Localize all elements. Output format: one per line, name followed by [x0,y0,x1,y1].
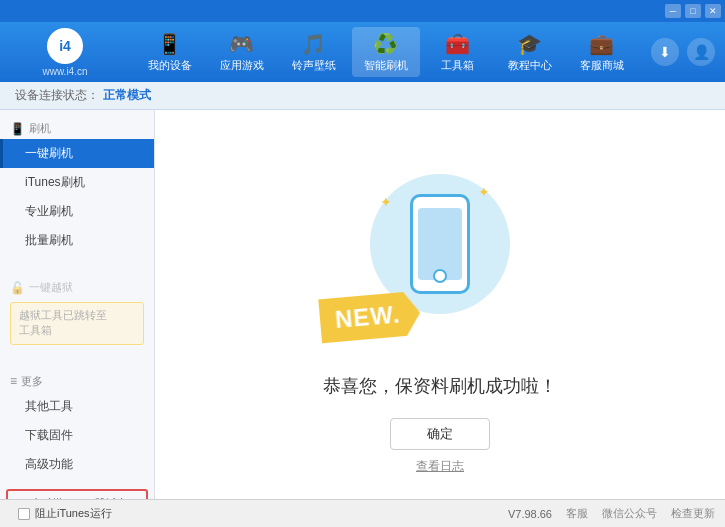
nav-my-device-icon: 📱 [157,32,182,56]
window-controls: ─ □ ✕ [665,4,721,18]
more-group-label: 更多 [21,374,43,389]
nav-tutorial-label: 教程中心 [508,58,552,73]
nav-right: ⬇ 👤 [651,38,715,66]
confirm-button[interactable]: 确定 [390,418,490,450]
jailbreak-notice: 越狱工具已跳转至工具箱 [10,302,144,345]
nav-tutorial[interactable]: 🎓 教程中心 [496,27,564,77]
sparkle-2: ✦ [380,194,392,210]
status-label: 设备连接状态： [15,87,99,104]
bottombar: 阻止iTunes运行 V7.98.66 客服 微信公众号 检查更新 [0,499,725,527]
nav-smart-flash-icon: ♻️ [373,32,398,56]
itunes-checkbox[interactable] [18,508,30,520]
nav-service-icon: 💼 [589,32,614,56]
sidebar-section-jailbreak: 🔓 一键越狱 越狱工具已跳转至工具箱 [0,269,154,355]
sidebar: 📱 刷机 一键刷机 iTunes刷机 专业刷机 批量刷机 🔓 一键越狱 [0,110,155,499]
skip-guide-label: 跳过向导 [95,496,138,499]
bottom-right: V7.98.66 客服 微信公众号 检查更新 [508,506,715,521]
phone-background: ✦ ✦ [370,174,510,314]
auto-activate-checkbox-item[interactable]: 自动激活 [16,496,74,499]
auto-activate-label: 自动激活 [31,496,74,499]
one-click-flash-label: 一键刷机 [25,145,73,162]
customer-service-link[interactable]: 客服 [566,506,588,521]
nav-items: 📱 我的设备 🎮 应用游戏 🎵 铃声壁纸 ♻️ 智能刷机 🧰 工具箱 🎓 教程中… [120,27,651,77]
auto-activate-row: 自动激活 跳过向导 [6,489,148,499]
nav-toolbox[interactable]: 🧰 工具箱 [424,27,492,77]
batch-flash-label: 批量刷机 [25,232,73,249]
minimize-button[interactable]: ─ [665,4,681,18]
sidebar-item-other-tools[interactable]: 其他工具 [0,392,154,421]
titlebar: ─ □ ✕ [0,0,725,22]
nav-apps-icon: 🎮 [229,32,254,56]
nav-apps[interactable]: 🎮 应用游戏 [208,27,276,77]
version-label: V7.98.66 [508,508,552,520]
statusbar: 设备连接状态： 正常模式 [0,82,725,110]
more-group-icon: ≡ [10,374,17,388]
wechat-link[interactable]: 微信公众号 [602,506,657,521]
nav-toolbox-label: 工具箱 [441,58,474,73]
new-banner: NEW. [318,291,422,344]
nav-toolbox-icon: 🧰 [445,32,470,56]
sidebar-item-itunes-flash[interactable]: iTunes刷机 [0,168,154,197]
content-area: ✦ ✦ NEW. 恭喜您，保资料刷机成功啦！ 确定 查看日志 [155,110,725,499]
nav-smart-flash[interactable]: ♻️ 智能刷机 [352,27,420,77]
download-button[interactable]: ⬇ [651,38,679,66]
other-tools-label: 其他工具 [25,398,73,415]
logo-subtitle: www.i4.cn [42,66,87,77]
itunes-row: 阻止iTunes运行 [10,502,496,525]
navbar: i4 www.i4.cn 📱 我的设备 🎮 应用游戏 🎵 铃声壁纸 ♻️ 智能刷… [0,22,725,82]
sidebar-group-jailbreak: 🔓 一键越狱 [0,275,154,298]
sidebar-item-batch-flash[interactable]: 批量刷机 [0,226,154,255]
sidebar-item-advanced[interactable]: 高级功能 [0,450,154,479]
nav-ringtone[interactable]: 🎵 铃声壁纸 [280,27,348,77]
nav-ringtone-label: 铃声壁纸 [292,58,336,73]
nav-my-device-label: 我的设备 [148,58,192,73]
log-link[interactable]: 查看日志 [416,458,464,475]
phone-home-button [433,269,447,283]
sparkle-1: ✦ [478,184,490,200]
skip-guide-checkbox-item[interactable]: 跳过向导 [80,496,138,499]
phone-shape [410,194,470,294]
nav-my-device[interactable]: 📱 我的设备 [136,27,204,77]
status-value: 正常模式 [103,87,151,104]
sidebar-section-flash: 📱 刷机 一键刷机 iTunes刷机 专业刷机 批量刷机 [0,110,154,261]
success-illustration: ✦ ✦ NEW. [340,134,540,354]
user-button[interactable]: 👤 [687,38,715,66]
logo-area: i4 www.i4.cn [10,28,120,77]
nav-service-label: 客服商城 [580,58,624,73]
main-layout: 📱 刷机 一键刷机 iTunes刷机 专业刷机 批量刷机 🔓 一键越狱 [0,110,725,499]
jailbreak-group-icon: 🔓 [10,281,25,295]
new-badge-text: NEW. [334,300,401,333]
flash-group-label: 刷机 [29,121,51,136]
nav-ringtone-icon: 🎵 [301,32,326,56]
check-update-link[interactable]: 检查更新 [671,506,715,521]
sidebar-section-more: ≡ 更多 其他工具 下载固件 高级功能 [0,363,154,485]
advanced-label: 高级功能 [25,456,73,473]
nav-apps-label: 应用游戏 [220,58,264,73]
download-firmware-label: 下载固件 [25,427,73,444]
sidebar-item-one-click-flash[interactable]: 一键刷机 [0,139,154,168]
nav-smart-flash-label: 智能刷机 [364,58,408,73]
itunes-label: 阻止iTunes运行 [35,506,112,521]
pro-flash-label: 专业刷机 [25,203,73,220]
flash-group-icon: 📱 [10,122,25,136]
success-message: 恭喜您，保资料刷机成功啦！ [323,374,557,398]
jailbreak-group-label: 一键越狱 [29,280,73,295]
sidebar-item-download-firmware[interactable]: 下载固件 [0,421,154,450]
nav-tutorial-icon: 🎓 [517,32,542,56]
sidebar-group-more: ≡ 更多 [0,369,154,392]
close-button[interactable]: ✕ [705,4,721,18]
sidebar-group-flash: 📱 刷机 [0,116,154,139]
itunes-flash-label: iTunes刷机 [25,174,85,191]
sidebar-item-pro-flash[interactable]: 专业刷机 [0,197,154,226]
nav-service[interactable]: 💼 客服商城 [568,27,636,77]
maximize-button[interactable]: □ [685,4,701,18]
logo-icon: i4 [47,28,83,64]
